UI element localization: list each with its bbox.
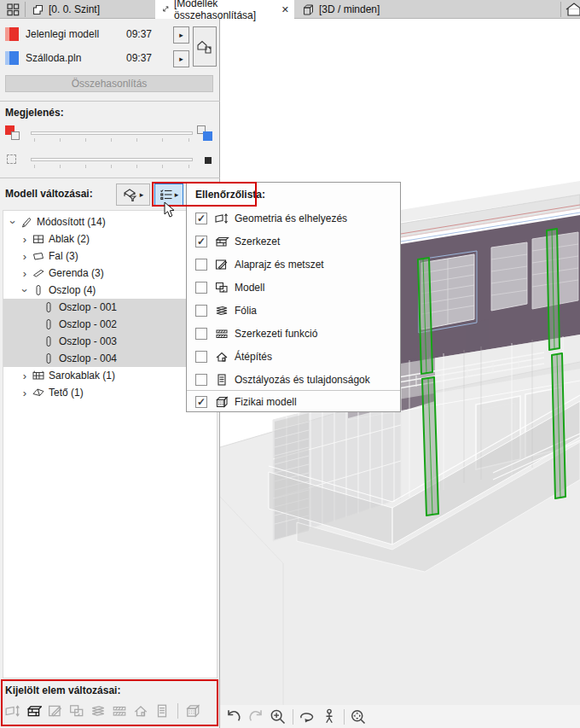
pencil-icon [19, 216, 34, 228]
check-list-popup: Ellenőrzőlista: ✓ Geometria és elhelyezé… [186, 182, 401, 412]
arrow-right-icon: ▸ [179, 55, 183, 63]
tab-3d[interactable]: [3D / minden] [297, 0, 385, 19]
fit-in-window-icon[interactable] [350, 708, 367, 725]
popup-item-fizikai-modell[interactable]: ✓ Fizikai modell [187, 390, 400, 413]
corner-window-icon [31, 370, 46, 381]
slider-track[interactable] [31, 158, 193, 161]
black-square-icon [197, 151, 214, 168]
next-view-icon[interactable] [247, 708, 264, 725]
zoom-in-icon[interactable] [270, 708, 287, 725]
tab-label: [0. 0. Szint] [49, 3, 100, 15]
arrow-right-icon: ▸ [179, 31, 183, 39]
popup-item-osztalyozas[interactable]: Osztályozás és tulajdonságok [187, 368, 400, 391]
checkbox[interactable] [195, 351, 207, 363]
structure-icon [214, 235, 229, 248]
checkbox[interactable]: ✓ [195, 213, 207, 224]
chevron-down-icon[interactable]: › [7, 216, 20, 228]
chevron-right-icon[interactable]: › [19, 250, 31, 263]
view-navigation-toolbar [220, 705, 580, 728]
popup-item-label: Alaprajz és metszet [235, 259, 324, 271]
divider [0, 178, 220, 178]
tree-item-fal[interactable]: › Fal (3) [3, 248, 217, 265]
model-icon [214, 281, 229, 294]
home-tab-button[interactable] [565, 2, 580, 17]
tree-item-oszlop-001[interactable]: Oszlop - 001 [3, 299, 217, 316]
toolbar-separator [293, 709, 293, 725]
tree-item-oszlop-002[interactable]: Oszlop - 002 [3, 316, 217, 333]
reference-model-options-button[interactable]: ▸ [173, 50, 189, 67]
transparency-slider-row [0, 149, 220, 172]
close-icon[interactable]: ✕ [281, 4, 289, 15]
model-name: Jelenlegi modell [26, 28, 126, 40]
chevron-right-icon[interactable]: › [19, 387, 31, 399]
tab-floorplan[interactable]: [0. 0. Szint] [26, 0, 105, 19]
checkbox[interactable] [195, 259, 207, 271]
popup-item-label: Osztályozás és tulajdonságok [235, 374, 370, 386]
compare-view-arrow-icon [160, 3, 170, 16]
divider [0, 101, 220, 102]
red-square-icon [5, 125, 22, 142]
checkbox[interactable] [195, 282, 207, 294]
chevron-right-icon[interactable]: › [19, 233, 31, 246]
tree-item-ablak[interactable]: › Ablak (2) [3, 230, 217, 248]
model-row-current: Jelenlegi modell 09:37 [5, 26, 155, 42]
tree-item-oszlop-003[interactable]: Oszlop - 003 [3, 333, 217, 350]
checkbox[interactable]: ✓ [195, 396, 207, 408]
column-icon [41, 335, 56, 347]
popup-item-atepites[interactable]: Átépítés [187, 345, 400, 368]
tab-model-compare-active[interactable]: [Modellek összehasonlítása] ✕ [155, 0, 294, 19]
tree-item-sarokablak[interactable]: › Sarokablak (1) [3, 367, 217, 384]
model-time: 09:37 [126, 52, 155, 64]
checkbox[interactable] [195, 305, 207, 317]
geometry-icon [214, 212, 229, 225]
appearance-label: Megjelenés: [5, 107, 64, 119]
compare-button[interactable]: Összehasonlítás [5, 75, 213, 92]
previous-view-icon[interactable] [225, 708, 242, 725]
current-model-color-swatch [5, 27, 19, 41]
checkbox[interactable]: ✓ [195, 236, 207, 248]
popup-item-folia[interactable]: Fólia [187, 299, 400, 322]
app-window: [0. 0. Szint] [Modellek összehasonlítása… [0, 0, 580, 728]
column-icon [41, 301, 56, 313]
roof-icon [31, 387, 46, 399]
column-icon [41, 352, 56, 364]
checkbox[interactable] [195, 374, 207, 386]
tab-overview-button[interactable] [3, 1, 22, 18]
chevron-right-icon[interactable]: › [19, 267, 31, 280]
mouse-cursor [164, 201, 176, 218]
filter-house-icon [123, 187, 138, 202]
tab-separator [25, 2, 26, 17]
tree-item-teto[interactable]: › Tető (1) [3, 384, 217, 401]
model-time: 09:37 [126, 28, 155, 40]
slider-track[interactable] [31, 131, 193, 135]
popup-item-label: Szerkezet [235, 236, 280, 248]
current-model-options-button[interactable]: ▸ [173, 26, 189, 44]
chevron-down-icon[interactable]: › [19, 284, 32, 296]
dashed-square-icon [5, 151, 22, 168]
classification-icon [214, 373, 229, 387]
popup-item-alaprajz[interactable]: Alaprajz és metszet [187, 253, 400, 276]
popup-item-szerkezeti-funkcio[interactable]: Szerkezeti funkció [187, 322, 400, 345]
tree-item-oszlop[interactable]: › Oszlop (4) [3, 282, 217, 299]
color-intensity-slider-row [0, 122, 220, 146]
floor-plan-icon [32, 3, 44, 16]
filter-elements-button[interactable]: ▸ [116, 183, 150, 206]
orbit-icon[interactable] [299, 708, 316, 725]
3d-box-icon [302, 3, 315, 16]
tree-item-gerenda[interactable]: › Gerenda (3) [3, 265, 217, 282]
swap-models-button[interactable] [193, 26, 217, 67]
walk-icon[interactable] [321, 708, 338, 725]
chevron-right-icon[interactable]: › [19, 370, 31, 382]
tree-item-oszlop-004[interactable]: Oszlop - 004 [3, 350, 217, 367]
tab-separator [560, 2, 561, 17]
model-name: Szálloda.pln [26, 52, 126, 64]
popup-item-label: Fólia [235, 305, 257, 317]
model-row-reference: Szálloda.pln 09:37 [5, 50, 155, 66]
checkbox[interactable] [195, 328, 207, 340]
popup-item-modell[interactable]: Modell [187, 276, 400, 299]
popup-item-geometria[interactable]: ✓ Geometria és elhelyezés [187, 207, 400, 230]
popup-item-label: Szerkezeti funkció [235, 328, 317, 340]
tree-item-modositott[interactable]: › Módosított (14) [3, 213, 217, 230]
popup-item-szerkezet[interactable]: ✓ Szerkezet [187, 230, 400, 253]
physical-model-icon [214, 395, 229, 409]
